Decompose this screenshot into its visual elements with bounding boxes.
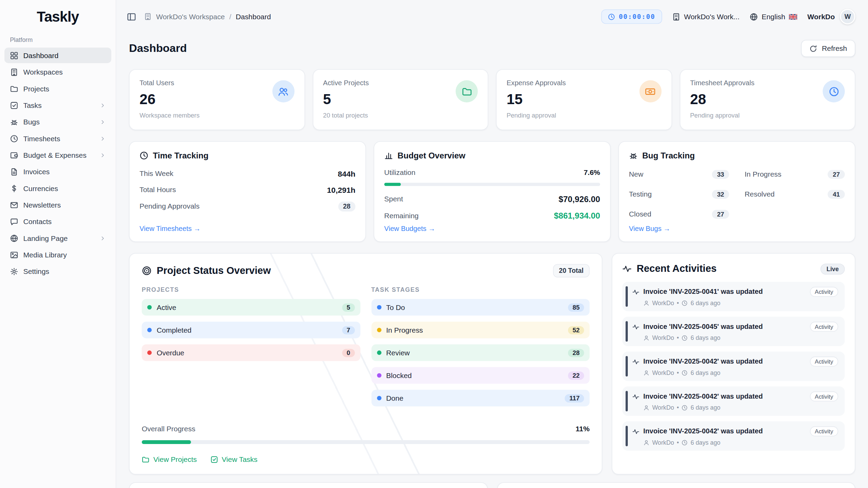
sidebar-item-dashboard[interactable]: Dashboard xyxy=(4,48,111,63)
content: Dashboard Refresh Total Users 26 Workspa… xyxy=(116,33,868,488)
sidebar-item-settings[interactable]: Settings xyxy=(4,264,111,279)
status-dot xyxy=(377,328,381,332)
clock-icon xyxy=(682,335,688,341)
clock-icon xyxy=(140,151,148,160)
overall-progress-track xyxy=(142,440,589,444)
sidebar-item-timesheets[interactable]: Timesheets xyxy=(4,131,111,146)
media-icon xyxy=(10,251,18,259)
task-stage-row-blocked: Blocked 22 xyxy=(371,367,590,384)
bug-stat-in-progress: In Progress 27 xyxy=(745,167,845,181)
time-tracking-row-this-week: This Week 844h xyxy=(140,166,355,182)
sidebar-toggle-icon[interactable] xyxy=(127,12,136,21)
sidebar-item-budget-expenses[interactable]: Budget & Expenses xyxy=(4,147,111,163)
sidebar-item-bugs[interactable]: Bugs xyxy=(4,114,111,130)
activity-list: Invoice 'INV-2025-0041' was updated Acti… xyxy=(622,282,845,465)
folder-icon xyxy=(10,85,18,93)
sidebar-section-label: Platform xyxy=(0,32,116,47)
person-icon xyxy=(643,404,649,411)
building-icon xyxy=(672,12,680,21)
activity-item: Invoice 'INV-2025-0042' was updated Acti… xyxy=(622,387,845,416)
sidebar: Taskly Platform Dashboard Workspaces xyxy=(0,0,116,488)
project-status-row-completed: Completed 7 xyxy=(142,322,360,338)
stat-card-total-users: Total Users 26 Workspace members xyxy=(129,69,305,130)
status-link-view-projects[interactable]: View Projects xyxy=(142,455,197,463)
status-link-view-tasks[interactable]: View Tasks xyxy=(210,455,257,463)
sidebar-item-tasks[interactable]: Tasks xyxy=(4,98,111,113)
topbar: WorkDo's Workspace / Dashboard 00:00:00 … xyxy=(116,0,868,33)
breadcrumb: WorkDo's Workspace / Dashboard xyxy=(144,12,271,21)
card-title: Bug Tracking xyxy=(642,151,695,160)
project-status-row-overdue: Overdue 0 xyxy=(142,344,360,361)
uk-flag-icon xyxy=(789,12,797,21)
view-budgets-link[interactable]: View Budgets → xyxy=(384,225,435,233)
sidebar-item-landing-page[interactable]: Landing Page xyxy=(4,230,111,246)
refresh-button[interactable]: Refresh xyxy=(801,40,855,57)
topbar-right: 00:00:00 WorkDo's Work... English WorkDo… xyxy=(601,9,855,24)
status-dot xyxy=(147,305,152,310)
task-stage-row-review: Review 28 xyxy=(371,344,590,361)
timer-value: 00:00:00 xyxy=(619,13,655,21)
clock-icon xyxy=(10,134,18,143)
sidebar-nav: Dashboard Workspaces Projects xyxy=(0,48,116,279)
app-logo[interactable]: Taskly xyxy=(0,0,116,32)
check-square-icon xyxy=(210,455,218,463)
sidebar-item-currencies[interactable]: Currencies xyxy=(4,180,111,196)
user-menu[interactable]: WorkDo W xyxy=(808,9,856,24)
target-icon xyxy=(142,266,152,276)
workspace-switcher[interactable]: WorkDo's Work... xyxy=(672,12,739,21)
time-tracking-row-pending-approvals: Pending Approvals 28 xyxy=(140,198,355,215)
folder-icon xyxy=(461,86,472,97)
activity-item: Invoice 'INV-2025-0041' was updated Acti… xyxy=(622,282,845,311)
stat-card-timesheet-approvals: Timesheet Approvals 28 Pending approval xyxy=(680,69,856,130)
grid-icon xyxy=(10,51,18,59)
status-dot xyxy=(377,396,381,400)
globe-icon xyxy=(749,12,758,21)
budget-overview-card: Budget Overview Utilization 7.6% Spent $… xyxy=(374,141,611,242)
bug-stat-closed: Closed 27 xyxy=(629,207,729,221)
person-icon xyxy=(643,369,649,376)
sidebar-item-workspaces[interactable]: Workspaces xyxy=(4,64,111,80)
sidebar-item-invoices[interactable]: Invoices xyxy=(4,164,111,179)
chart-icon xyxy=(384,151,393,160)
wallet-icon xyxy=(10,151,18,159)
view-bugs-link[interactable]: View Bugs → xyxy=(629,225,670,233)
pulse-icon xyxy=(632,323,639,330)
pulse-icon xyxy=(632,358,639,365)
section-title: Project Status Overview xyxy=(157,265,548,277)
utilization-value: 7.6% xyxy=(584,168,600,177)
workspace-icon xyxy=(144,13,152,21)
bug-icon xyxy=(629,151,638,160)
time-tracking-row-total-hours: Total Hours 10,291h xyxy=(140,181,355,198)
total-badge: 20 Total xyxy=(553,264,590,277)
activity-type-badge: Activity xyxy=(810,391,838,401)
bug-stat-testing: Testing 32 xyxy=(629,187,729,201)
sidebar-item-newsletters[interactable]: Newsletters xyxy=(4,197,111,213)
view-timesheets-link[interactable]: View Timesheets → xyxy=(140,225,201,233)
activity-type-badge: Activity xyxy=(810,322,838,332)
sidebar-item-media-library[interactable]: Media Library xyxy=(4,247,111,263)
page-head: Dashboard Refresh xyxy=(129,40,855,57)
sidebar-item-contacts[interactable]: Contacts xyxy=(4,214,111,229)
language-switcher[interactable]: English xyxy=(749,12,798,21)
overall-progress-value: 11% xyxy=(576,425,590,433)
bug-icon xyxy=(10,118,18,126)
card-title: Budget Overview xyxy=(398,151,465,160)
utilization-progress-fill xyxy=(384,183,401,186)
pulse-icon xyxy=(632,393,639,400)
timer[interactable]: 00:00:00 xyxy=(601,9,662,24)
file-icon xyxy=(10,167,18,176)
bug-stat-resolved: Resolved 41 xyxy=(745,187,845,201)
projects-list: Active 5 Completed 7 xyxy=(142,299,360,361)
building-icon xyxy=(10,68,18,76)
person-icon xyxy=(643,335,649,341)
main-area: WorkDo's Workspace / Dashboard 00:00:00 … xyxy=(116,0,868,488)
time-tracking-card: Time Tracking This Week 844h Total Hours xyxy=(129,141,366,242)
activity-item: Invoice 'INV-2025-0042' was updated Acti… xyxy=(622,352,845,381)
breadcrumb-workspace[interactable]: WorkDo's Workspace xyxy=(156,12,225,21)
chevron-right-icon xyxy=(100,235,106,241)
clock-icon xyxy=(828,86,839,97)
check-square-icon xyxy=(10,101,18,109)
language-label: English xyxy=(761,12,785,21)
app-window: Taskly Platform Dashboard Workspaces xyxy=(0,0,868,488)
sidebar-item-projects[interactable]: Projects xyxy=(4,81,111,96)
